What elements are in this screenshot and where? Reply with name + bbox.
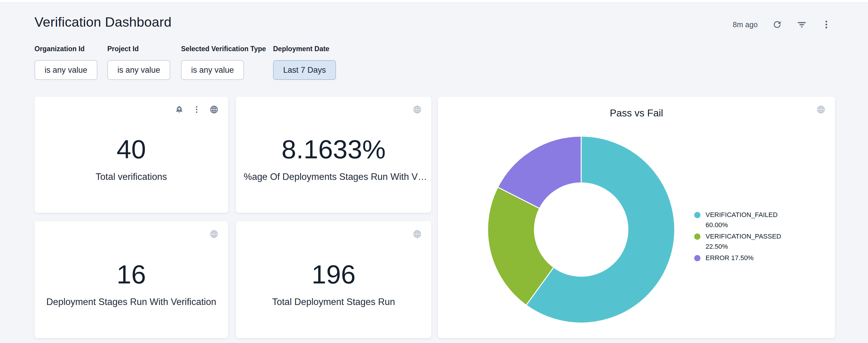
stat-label: %age Of Deployments Stages Run With V…: [244, 171, 424, 182]
legend-swatch: [694, 255, 701, 261]
filter-value-button[interactable]: Last 7 Days: [273, 60, 336, 80]
stat-label: Deployment Stages Run With Verification: [46, 297, 216, 307]
card-total-verifications: 40 Total verifications: [34, 97, 228, 213]
legend-label: VERIFICATION_PASSED 22.50%: [706, 231, 787, 252]
last-refresh-timestamp: 8m ago: [733, 20, 758, 29]
page-title: Verification Dashboard: [34, 14, 172, 30]
refresh-icon[interactable]: [772, 20, 782, 30]
filter-project-id: Project Id is any value: [107, 45, 170, 80]
stat-label: Total verifications: [96, 171, 167, 182]
card-action-icons: [413, 230, 422, 239]
filter-value-button[interactable]: is any value: [107, 60, 170, 80]
verification-dashboard: Verification Dashboard 8m ago Organizati…: [0, 0, 868, 343]
alert-bell-plus-icon[interactable]: [175, 105, 184, 114]
stat-value: 16: [117, 261, 146, 288]
filter-deployment-date: Deployment Date Last 7 Days: [273, 45, 336, 80]
legend-label: ERROR 17.50%: [706, 253, 753, 263]
filter-verification-type: Selected Verification Type is any value: [181, 45, 266, 80]
legend-item[interactable]: ERROR 17.50%: [694, 253, 787, 263]
globe-icon[interactable]: [413, 230, 422, 239]
card-stages-with-verification: 16 Deployment Stages Run With Verificati…: [34, 221, 228, 338]
legend-label: VERIFICATION_FAILED 60.00%: [706, 210, 787, 230]
filter-value-button[interactable]: is any value: [34, 60, 97, 80]
filter-organization-id: Organization Id is any value: [34, 45, 97, 80]
stat-body: 196 Total Deployment Stages Run: [236, 221, 431, 338]
stat-body: 8.1633% %age Of Deployments Stages Run W…: [236, 97, 431, 213]
stat-label: Total Deployment Stages Run: [272, 297, 395, 307]
more-options-icon[interactable]: [821, 20, 831, 30]
legend-item[interactable]: VERIFICATION_FAILED 60.00%: [694, 210, 787, 230]
filter-label: Project Id: [107, 45, 170, 53]
card-action-icons: [210, 230, 218, 239]
card-total-stages: 196 Total Deployment Stages Run: [236, 221, 431, 338]
filter-icon[interactable]: [797, 20, 807, 30]
filter-label: Organization Id: [34, 45, 97, 53]
filter-value-button[interactable]: is any value: [181, 60, 244, 80]
stat-value: 196: [312, 261, 356, 288]
legend-swatch: [694, 212, 701, 218]
filter-label: Selected Verification Type: [181, 45, 266, 53]
stat-body: 16 Deployment Stages Run With Verificati…: [34, 221, 228, 338]
chart-title: Pass vs Fail: [438, 107, 835, 119]
legend-swatch: [694, 234, 701, 240]
card-action-icons: [413, 105, 422, 114]
chart-legend: VERIFICATION_FAILED 60.00%VERIFICATION_P…: [694, 210, 787, 264]
stat-body: 40 Total verifications: [34, 97, 228, 213]
tile-menu-icon[interactable]: [192, 105, 201, 114]
globe-icon[interactable]: [413, 105, 422, 114]
stat-value: 8.1633%: [281, 136, 385, 163]
card-action-icons: [816, 105, 826, 114]
header-actions: 8m ago: [733, 17, 831, 32]
globe-icon[interactable]: [210, 230, 218, 239]
card-action-icons: [175, 105, 218, 114]
pass-vs-fail-donut-chart[interactable]: [487, 135, 676, 324]
globe-icon[interactable]: [210, 105, 218, 114]
legend-item[interactable]: VERIFICATION_PASSED 22.50%: [694, 231, 787, 252]
filter-label: Deployment Date: [273, 45, 336, 53]
stat-value: 40: [117, 136, 146, 163]
card-pct-stages-with-verification: 8.1633% %age Of Deployments Stages Run W…: [236, 97, 431, 213]
card-pass-vs-fail: Pass vs Fail VERIFICATION_FAILED 60.00%V…: [438, 97, 835, 338]
top-strip: [0, 0, 868, 3]
globe-icon[interactable]: [816, 105, 826, 114]
